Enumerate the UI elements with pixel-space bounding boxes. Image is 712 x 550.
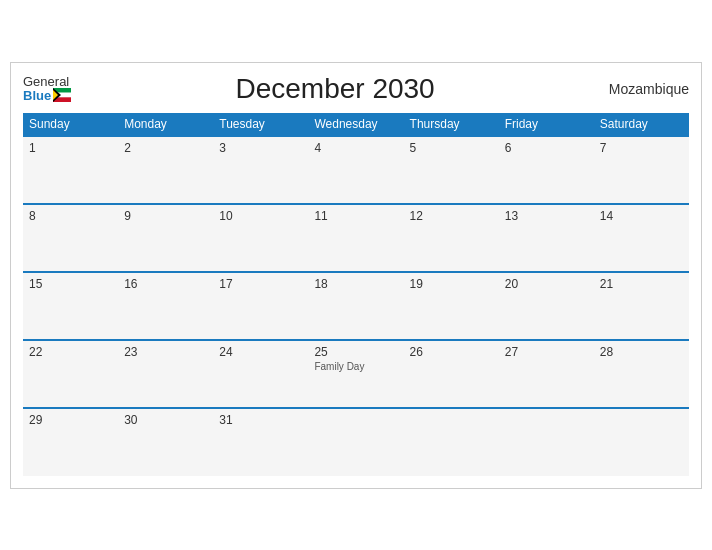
logo-general-text: General [23, 75, 69, 88]
calendar-cell [404, 408, 499, 476]
calendar-table: SundayMondayTuesdayWednesdayThursdayFrid… [23, 113, 689, 476]
logo: General Blue [23, 75, 71, 102]
day-number: 13 [505, 209, 588, 223]
calendar-cell: 27 [499, 340, 594, 408]
day-number: 24 [219, 345, 302, 359]
week-row-4: 22232425Family Day262728 [23, 340, 689, 408]
day-number: 2 [124, 141, 207, 155]
day-number: 15 [29, 277, 112, 291]
calendar-cell: 2 [118, 136, 213, 204]
calendar-cell: 29 [23, 408, 118, 476]
week-row-1: 1234567 [23, 136, 689, 204]
day-number: 7 [600, 141, 683, 155]
calendar-cell: 22 [23, 340, 118, 408]
calendar-cell: 19 [404, 272, 499, 340]
day-number: 21 [600, 277, 683, 291]
weekday-header-thursday: Thursday [404, 113, 499, 136]
weekday-header-row: SundayMondayTuesdayWednesdayThursdayFrid… [23, 113, 689, 136]
day-number: 25 [314, 345, 397, 359]
day-number: 5 [410, 141, 493, 155]
calendar-cell [308, 408, 403, 476]
day-number: 27 [505, 345, 588, 359]
day-number: 28 [600, 345, 683, 359]
calendar-cell: 21 [594, 272, 689, 340]
calendar-cell: 14 [594, 204, 689, 272]
logo-flag-icon [53, 88, 71, 102]
calendar-cell: 12 [404, 204, 499, 272]
day-number: 10 [219, 209, 302, 223]
calendar-cell: 3 [213, 136, 308, 204]
day-number: 9 [124, 209, 207, 223]
day-number: 16 [124, 277, 207, 291]
week-row-5: 293031 [23, 408, 689, 476]
calendar-cell: 15 [23, 272, 118, 340]
day-number: 19 [410, 277, 493, 291]
calendar-cell: 4 [308, 136, 403, 204]
calendar-title: December 2030 [71, 73, 599, 105]
weekday-header-friday: Friday [499, 113, 594, 136]
day-number: 29 [29, 413, 112, 427]
day-number: 4 [314, 141, 397, 155]
logo-blue-text: Blue [23, 88, 71, 102]
calendar-cell: 31 [213, 408, 308, 476]
calendar-cell: 7 [594, 136, 689, 204]
day-number: 3 [219, 141, 302, 155]
calendar-cell: 11 [308, 204, 403, 272]
day-number: 8 [29, 209, 112, 223]
calendar-cell: 1 [23, 136, 118, 204]
day-number: 17 [219, 277, 302, 291]
day-number: 14 [600, 209, 683, 223]
calendar-cell [499, 408, 594, 476]
day-number: 11 [314, 209, 397, 223]
calendar-cell: 26 [404, 340, 499, 408]
day-number: 1 [29, 141, 112, 155]
calendar-cell: 16 [118, 272, 213, 340]
calendar-cell [594, 408, 689, 476]
day-number: 12 [410, 209, 493, 223]
calendar-cell: 30 [118, 408, 213, 476]
calendar-cell: 28 [594, 340, 689, 408]
day-number: 30 [124, 413, 207, 427]
calendar-cell: 8 [23, 204, 118, 272]
weekday-header-sunday: Sunday [23, 113, 118, 136]
calendar-cell: 9 [118, 204, 213, 272]
calendar-container: General Blue December 2030 Mozambique Su… [10, 62, 702, 489]
day-number: 20 [505, 277, 588, 291]
calendar-cell: 25Family Day [308, 340, 403, 408]
country-name: Mozambique [599, 81, 689, 97]
calendar-header: General Blue December 2030 Mozambique [23, 73, 689, 105]
calendar-cell: 18 [308, 272, 403, 340]
day-number: 26 [410, 345, 493, 359]
weekday-header-monday: Monday [118, 113, 213, 136]
calendar-cell: 17 [213, 272, 308, 340]
calendar-cell: 20 [499, 272, 594, 340]
week-row-2: 891011121314 [23, 204, 689, 272]
weekday-header-tuesday: Tuesday [213, 113, 308, 136]
day-number: 31 [219, 413, 302, 427]
day-number: 6 [505, 141, 588, 155]
day-number: 22 [29, 345, 112, 359]
weekday-header-wednesday: Wednesday [308, 113, 403, 136]
day-number: 18 [314, 277, 397, 291]
day-number: 23 [124, 345, 207, 359]
holiday-label: Family Day [314, 361, 397, 372]
weekday-header-saturday: Saturday [594, 113, 689, 136]
calendar-cell: 6 [499, 136, 594, 204]
calendar-cell: 13 [499, 204, 594, 272]
calendar-cell: 24 [213, 340, 308, 408]
week-row-3: 15161718192021 [23, 272, 689, 340]
calendar-cell: 10 [213, 204, 308, 272]
calendar-cell: 23 [118, 340, 213, 408]
calendar-cell: 5 [404, 136, 499, 204]
